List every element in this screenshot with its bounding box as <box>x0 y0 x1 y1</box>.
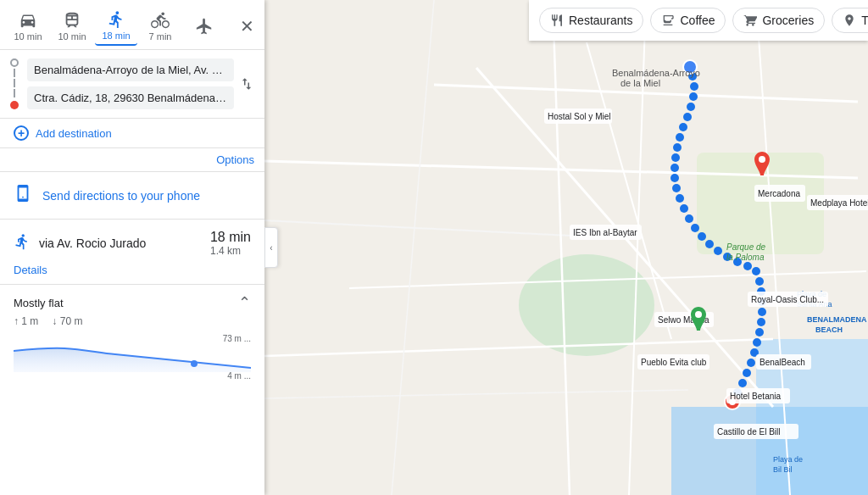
nav-coffee-label: Coffee <box>680 14 715 27</box>
route-time-block: 18 min 1.4 km <box>210 230 251 257</box>
svg-point-21 <box>690 82 698 91</box>
svg-text:Parque de: Parque de <box>726 242 766 252</box>
svg-text:Royal-Oasis Club...: Royal-Oasis Club... <box>751 295 824 304</box>
svg-text:Hotel Betania: Hotel Betania <box>730 392 781 401</box>
send-to-phone[interactable]: Send directions to your phone <box>0 172 264 220</box>
svg-text:Benalmádena-Arroyo: Benalmádena-Arroyo <box>612 68 700 78</box>
svg-point-37 <box>705 240 714 248</box>
phone-svg-icon <box>14 184 32 203</box>
transport-mode-transit[interactable]: 10 min <box>51 8 93 45</box>
svg-text:Bil Bil: Bil Bil <box>773 465 793 474</box>
svg-point-46 <box>758 308 766 316</box>
things-icon <box>843 14 856 27</box>
svg-text:Playa de: Playa de <box>773 455 803 464</box>
add-destination-label: Add destination <box>36 127 112 140</box>
svg-text:BenalBeach: BenalBeach <box>760 358 805 367</box>
elevation-header: Mostly flat ⌃ <box>14 293 251 312</box>
groceries-icon <box>743 14 757 27</box>
svg-text:Medplaya Hotel Bali: Medplaya Hotel Bali <box>810 198 868 208</box>
svg-point-52 <box>743 369 751 377</box>
svg-point-22 <box>689 92 698 101</box>
route-details-link[interactable]: Details <box>14 264 47 276</box>
svg-point-38 <box>714 247 722 255</box>
elevation-toggle[interactable]: ⌃ <box>238 293 251 312</box>
svg-text:Hostal Sol y Miel: Hostal Sol y Miel <box>548 112 610 121</box>
options-bar: Options <box>0 148 264 172</box>
top-bar: Restaurants Coffee Groceries Things to d… <box>529 0 868 41</box>
svg-point-23 <box>687 103 695 111</box>
svg-point-47 <box>757 318 765 326</box>
nav-restaurants-label: Restaurants <box>569 14 632 27</box>
coffee-icon <box>661 14 675 27</box>
destination-input[interactable] <box>27 86 234 109</box>
nav-things-label: Things to do <box>861 14 868 27</box>
elevation-chart: 73 m ... 4 m ... <box>14 334 251 381</box>
svg-point-31 <box>672 184 681 192</box>
svg-point-32 <box>676 194 684 203</box>
send-phone-text: Send directions to your phone <box>42 189 200 203</box>
transit-icon <box>63 11 81 30</box>
svg-point-53 <box>738 379 747 387</box>
elevation-down: ↓ 70 m <box>52 315 82 327</box>
dot-line-2 <box>14 79 15 87</box>
route-distance: 1.4 km <box>210 245 251 257</box>
car-icon <box>19 11 37 30</box>
swap-button[interactable] <box>239 76 254 92</box>
phone-icon <box>14 184 32 207</box>
dot-line <box>14 69 15 77</box>
route-via: via Av. Rocio Jurado <box>39 236 202 250</box>
nav-things[interactable]: Things to do <box>832 8 868 33</box>
svg-point-43 <box>755 277 764 286</box>
collapse-panel-button[interactable]: ‹ <box>264 227 278 268</box>
swap-icon <box>239 76 254 92</box>
transport-mode-walk[interactable]: 18 min <box>95 7 137 46</box>
nav-groceries[interactable]: Groceries <box>732 8 825 33</box>
svg-text:Castillo de El Bill: Castillo de El Bill <box>717 427 780 437</box>
bike-icon <box>151 11 170 30</box>
nav-restaurants[interactable]: Restaurants <box>539 8 643 33</box>
route-duration: 18 min <box>210 230 251 245</box>
svg-point-28 <box>671 153 680 162</box>
walk-route-icon <box>14 233 31 250</box>
svg-text:BEACH: BEACH <box>815 325 843 334</box>
elevation-svg <box>14 334 251 372</box>
svg-point-33 <box>680 204 688 213</box>
svg-point-26 <box>676 133 684 142</box>
nav-groceries-label: Groceries <box>762 14 814 27</box>
input-fields <box>27 58 234 109</box>
svg-point-34 <box>685 214 693 223</box>
svg-point-48 <box>755 328 764 336</box>
svg-text:IES Ibn al-Baytar: IES Ibn al-Baytar <box>573 228 637 237</box>
transport-mode-drive[interactable]: 10 min <box>7 8 49 45</box>
svg-point-51 <box>747 359 755 367</box>
flight-icon <box>195 17 214 36</box>
elevation-up: ↑ 1 m <box>14 315 38 327</box>
svg-point-27 <box>673 143 682 152</box>
map-svg: Benalmádena-Arroyo de la Miel Mercadona … <box>264 0 868 495</box>
add-destination[interactable]: + Add destination <box>0 119 264 148</box>
transport-mode-flight[interactable] <box>183 14 225 39</box>
svg-point-0 <box>22 197 24 198</box>
svg-point-25 <box>679 123 687 131</box>
svg-point-89 <box>759 156 765 163</box>
route-inputs <box>0 50 264 119</box>
svg-text:la Paloma: la Paloma <box>726 253 765 262</box>
svg-point-1 <box>191 360 198 367</box>
route-walk-icon <box>14 233 31 254</box>
svg-point-49 <box>753 338 761 347</box>
elevation-stats: ↑ 1 m ↓ 70 m <box>14 315 251 327</box>
svg-text:BENALMADENA: BENALMADENA <box>807 315 867 324</box>
svg-point-90 <box>695 311 702 318</box>
svg-text:de la Miel: de la Miel <box>620 78 660 88</box>
map-area[interactable]: Restaurants Coffee Groceries Things to d… <box>264 0 868 495</box>
route-option-header: via Av. Rocio Jurado 18 min 1.4 km <box>14 230 251 257</box>
transport-mode-bike[interactable]: 7 min <box>139 8 181 45</box>
svg-point-36 <box>698 232 706 241</box>
route-dots <box>7 58 22 109</box>
nav-coffee[interactable]: Coffee <box>650 8 726 33</box>
svg-rect-6 <box>671 407 868 495</box>
svg-point-35 <box>691 224 699 232</box>
options-button[interactable]: Options <box>216 153 254 166</box>
origin-input[interactable] <box>27 58 234 81</box>
close-button[interactable]: ✕ <box>236 14 258 38</box>
